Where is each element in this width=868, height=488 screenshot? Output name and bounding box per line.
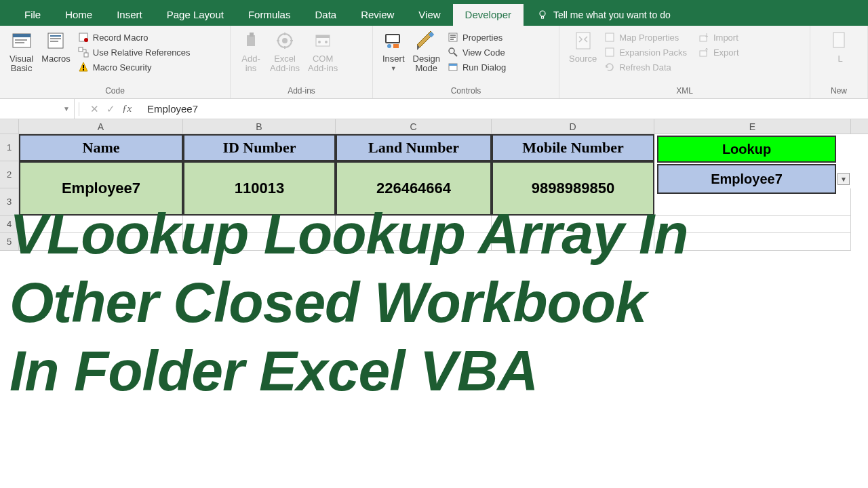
svg-point-25 — [387, 44, 391, 48]
svg-rect-24 — [387, 35, 399, 42]
svg-rect-31 — [450, 39, 454, 40]
row-header-2[interactable]: 2 — [0, 161, 19, 188]
svg-rect-8 — [50, 38, 61, 39]
com-addins-icon — [312, 30, 334, 52]
addins-button[interactable]: Add- ins — [236, 27, 266, 73]
svg-rect-20 — [316, 35, 330, 38]
design-mode-button[interactable]: Design Mode — [409, 27, 444, 73]
refresh-data-icon — [604, 61, 616, 73]
row-header-1[interactable]: 1 — [0, 134, 19, 161]
insert-control-button[interactable]: Insert ▼ — [378, 27, 409, 73]
tab-insert[interactable]: Insert — [104, 4, 155, 26]
source-icon — [572, 30, 594, 52]
name-box[interactable]: ▼ — [0, 99, 75, 119]
import-button[interactable]: Import — [695, 30, 742, 45]
new-partial-button[interactable]: L — [816, 27, 855, 64]
cell-e1[interactable]: Lookup — [654, 134, 851, 161]
enter-formula-button[interactable]: ✓ — [102, 101, 119, 117]
svg-point-11 — [84, 38, 88, 42]
visual-basic-label: Visual Basic — [9, 54, 33, 73]
tab-file[interactable]: File — [12, 4, 53, 26]
svg-rect-16 — [250, 33, 254, 37]
svg-rect-7 — [50, 35, 61, 37]
lookup-button[interactable]: Lookup — [657, 136, 836, 163]
view-code-icon — [447, 46, 459, 58]
tab-home[interactable]: Home — [53, 4, 104, 26]
macro-security-icon — [77, 61, 90, 73]
svg-rect-14 — [83, 65, 84, 68]
cell-b1[interactable]: ID Number — [183, 134, 336, 161]
macro-security-button[interactable]: Macro Security — [75, 60, 193, 75]
tab-formulas[interactable]: Formulas — [236, 4, 303, 26]
macros-label: Macros — [41, 54, 71, 64]
insert-function-button[interactable]: ƒx — [119, 101, 135, 117]
visual-basic-button[interactable]: Visual Basic — [5, 27, 37, 73]
formula-input[interactable]: Employee7 — [142, 103, 868, 115]
view-code-button[interactable]: View Code — [444, 45, 509, 60]
col-header-a[interactable]: A — [19, 119, 183, 134]
expansion-packs-icon — [604, 46, 616, 58]
cell-a1[interactable]: Name — [19, 134, 183, 161]
run-dialog-button[interactable]: Run Dialog — [444, 60, 509, 75]
select-all-corner[interactable] — [0, 119, 19, 134]
run-dialog-icon — [447, 61, 459, 73]
svg-point-22 — [325, 41, 328, 43]
ribbon-tabs: File Home Insert Page Layout Formulas Da… — [0, 4, 868, 26]
name-box-dropdown-icon[interactable]: ▼ — [63, 105, 70, 113]
tab-data[interactable]: Data — [302, 4, 349, 26]
col-header-d[interactable]: D — [492, 119, 654, 134]
svg-rect-4 — [15, 39, 27, 41]
tab-review[interactable]: Review — [349, 4, 406, 26]
cell-c1[interactable]: Land Number — [336, 134, 492, 161]
export-button[interactable]: Export — [695, 45, 742, 60]
tab-developer[interactable]: Developer — [453, 4, 524, 26]
lightbulb-icon — [537, 9, 548, 20]
use-relative-button[interactable]: Use Relative References — [75, 45, 193, 60]
svg-rect-29 — [450, 35, 456, 36]
macros-icon — [45, 30, 67, 52]
refresh-data-button[interactable]: Refresh Data — [601, 60, 690, 75]
col-header-b[interactable]: B — [183, 119, 336, 134]
svg-rect-15 — [83, 69, 84, 70]
svg-point-21 — [318, 41, 321, 43]
svg-rect-5 — [15, 42, 24, 43]
tell-me-search[interactable]: Tell me what you want to do — [524, 9, 671, 20]
excel-addins-button[interactable]: Excel Add-ins — [266, 27, 304, 73]
svg-point-18 — [282, 38, 288, 43]
svg-rect-13 — [84, 53, 88, 57]
properties-button[interactable]: Properties — [444, 30, 509, 45]
svg-rect-35 — [576, 33, 590, 49]
import-icon — [698, 31, 710, 43]
properties-icon — [447, 31, 459, 43]
insert-control-icon — [382, 30, 404, 52]
map-properties-button[interactable]: Map Properties — [601, 30, 690, 45]
ribbon: Visual Basic Macros Record Macro Use Rel… — [0, 26, 868, 99]
col-header-e[interactable]: E — [654, 119, 851, 134]
col-header-c[interactable]: C — [336, 119, 492, 134]
expansion-packs-button[interactable]: Expansion Packs — [601, 45, 690, 60]
svg-point-32 — [449, 48, 454, 54]
record-macro-button[interactable]: Record Macro — [75, 30, 193, 45]
cancel-formula-button[interactable]: ✕ — [86, 101, 102, 117]
tab-page-layout[interactable]: Page Layout — [155, 4, 236, 26]
com-addins-button[interactable]: COM Add-ins — [304, 27, 342, 73]
map-properties-icon — [604, 31, 616, 43]
addins-icon — [240, 30, 262, 52]
overlay-title-text: VLookup Lookup Array In Other Closed Wor… — [9, 200, 688, 405]
svg-rect-39 — [700, 51, 707, 56]
dropdown-arrow-icon[interactable]: ▼ — [837, 173, 850, 185]
tab-view[interactable]: View — [406, 4, 452, 26]
cell-d1[interactable]: Mobile Number — [492, 134, 654, 161]
svg-rect-40 — [833, 33, 844, 47]
source-button[interactable]: Source — [565, 27, 601, 64]
excel-addins-icon — [274, 30, 296, 52]
export-icon — [698, 46, 710, 58]
svg-rect-34 — [449, 64, 457, 66]
tell-me-label: Tell me what you want to do — [553, 9, 671, 20]
svg-rect-3 — [13, 34, 31, 37]
svg-rect-26 — [393, 44, 399, 48]
controls-group-label: Controls — [378, 85, 553, 98]
svg-rect-37 — [606, 48, 614, 56]
design-mode-icon — [416, 30, 437, 52]
macros-button[interactable]: Macros — [37, 27, 75, 64]
